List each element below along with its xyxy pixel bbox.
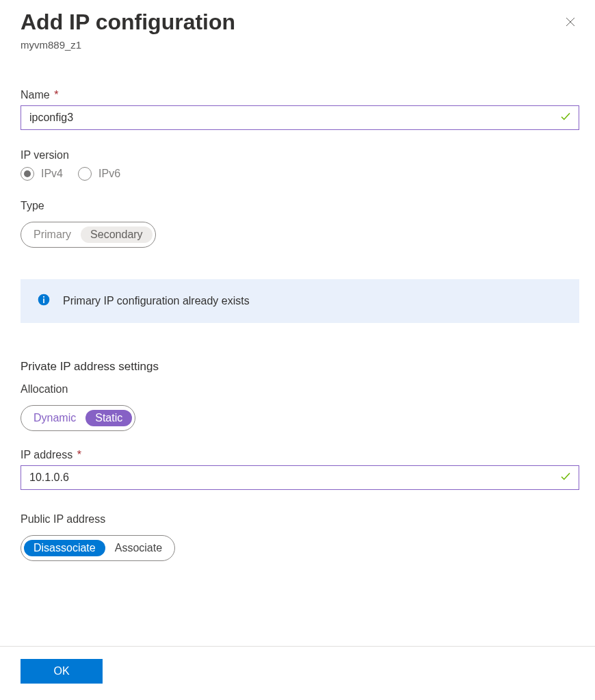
type-primary: Primary <box>24 226 81 243</box>
ipv6-option-label: IPv6 <box>98 168 120 180</box>
ip-address-required: * <box>77 449 81 461</box>
close-icon <box>564 16 577 31</box>
ok-button[interactable]: OK <box>21 659 103 684</box>
radio-icon <box>78 167 92 181</box>
ip-address-input[interactable] <box>21 465 579 490</box>
private-ip-section-title: Private IP address settings <box>21 360 579 374</box>
checkmark-icon <box>559 470 572 485</box>
svg-point-4 <box>43 296 44 298</box>
info-banner: Primary IP configuration already exists <box>21 279 579 323</box>
ip-version-ipv4[interactable]: IPv4 <box>21 167 63 181</box>
info-message: Primary IP configuration already exists <box>63 295 250 307</box>
name-input[interactable] <box>21 105 579 130</box>
svg-rect-3 <box>43 298 44 303</box>
ipv4-option-label: IPv4 <box>41 168 63 180</box>
type-toggle: Primary Secondary <box>21 222 156 248</box>
ip-version-ipv6[interactable]: IPv6 <box>78 167 120 181</box>
ip-version-label: IP version <box>21 149 579 161</box>
resource-name: myvm889_z1 <box>21 39 235 51</box>
info-icon <box>37 293 51 309</box>
allocation-static[interactable]: Static <box>85 410 132 426</box>
public-ip-disassociate[interactable]: Disassociate <box>24 540 105 556</box>
allocation-dynamic[interactable]: Dynamic <box>24 410 85 426</box>
allocation-toggle: Dynamic Static <box>21 405 135 431</box>
radio-icon <box>21 167 34 181</box>
checkmark-icon <box>559 110 572 125</box>
close-button[interactable] <box>561 14 580 33</box>
public-ip-label: Public IP address <box>21 513 579 526</box>
ip-address-label: IP address <box>21 449 72 461</box>
type-secondary[interactable]: Secondary <box>81 226 153 243</box>
type-label: Type <box>21 200 579 212</box>
name-label: Name <box>21 89 50 101</box>
public-ip-toggle: Disassociate Associate <box>21 535 175 561</box>
allocation-label: Allocation <box>21 383 579 396</box>
public-ip-associate[interactable]: Associate <box>105 540 172 556</box>
page-title: Add IP configuration <box>21 10 235 35</box>
name-required: * <box>54 89 58 101</box>
